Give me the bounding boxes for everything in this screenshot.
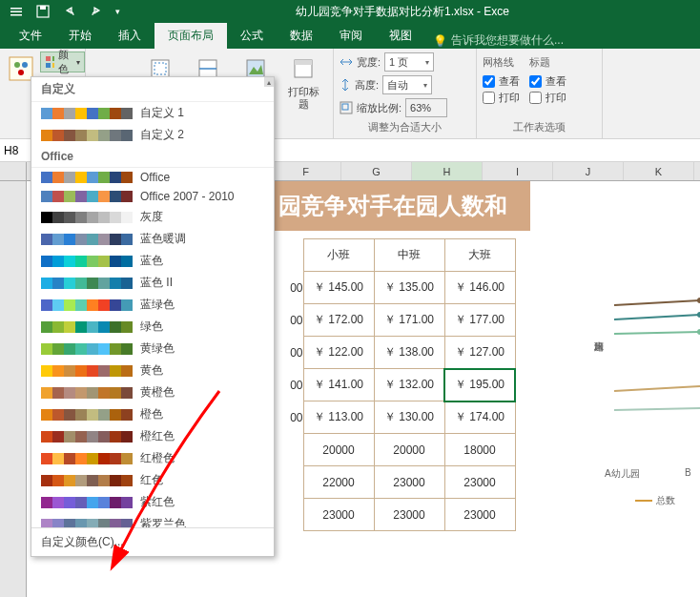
qat-customize-icon[interactable]: ▾ <box>111 1 124 22</box>
cell[interactable]: ￥ 171.00 <box>374 304 444 337</box>
cell[interactable]: 18000 <box>444 434 515 466</box>
cell[interactable]: ￥ 141.00 <box>303 369 374 401</box>
dropdown-scrollbar[interactable]: ▴ <box>264 77 274 556</box>
cell[interactable]: 00 <box>273 369 303 401</box>
theme-item[interactable]: 红色 <box>31 469 274 491</box>
cell[interactable]: 23000 <box>303 499 374 531</box>
cell[interactable]: 00 <box>273 401 303 434</box>
col-head-k[interactable]: K <box>624 162 694 180</box>
theme-item[interactable]: 蓝色 II <box>31 272 274 294</box>
width-control[interactable]: 宽度: 1 页▾ <box>340 51 470 72</box>
theme-item[interactable]: 黄色 <box>31 360 274 381</box>
chart[interactable]: 班均起床 A幼儿园 B 总数 <box>576 248 700 582</box>
cell[interactable]: 20000 <box>303 434 374 466</box>
header-cell[interactable]: 小班 <box>303 239 374 272</box>
tab-data[interactable]: 数据 <box>277 23 326 49</box>
theme-item[interactable]: 蓝色 <box>31 250 274 272</box>
worksheet-content: 园竞争对手在园人数和 小班 中班 大班 00￥ 145.00￥ 135.00￥ … <box>273 181 530 531</box>
colors-dropdown[interactable]: 颜色 ▾ <box>40 51 85 72</box>
cell[interactable]: ￥ 138.00 <box>374 337 444 369</box>
cell[interactable]: ￥ 127.00 <box>444 337 515 369</box>
headings-view-checkbox[interactable]: 查看 <box>529 74 566 89</box>
height-control[interactable]: 高度: 自动▾ <box>340 74 470 95</box>
undo-icon[interactable] <box>57 1 82 22</box>
theme-item[interactable]: Office 2007 - 2010 <box>31 187 274 206</box>
cell[interactable]: ￥ 130.00 <box>374 401 444 434</box>
width-input[interactable]: 1 页▾ <box>384 52 434 72</box>
theme-item[interactable]: 红橙色 <box>31 447 274 469</box>
save-icon[interactable] <box>31 1 55 22</box>
cell[interactable]: ￥ 132.00 <box>374 369 444 401</box>
tab-insert[interactable]: 插入 <box>105 23 154 49</box>
cell[interactable]: ￥ 174.00 <box>444 401 515 434</box>
cell[interactable]: 00 <box>273 304 303 337</box>
cell[interactable]: ￥ 145.00 <box>303 272 374 304</box>
theme-item[interactable]: 橙色 <box>31 403 274 425</box>
tab-review[interactable]: 审阅 <box>326 23 376 49</box>
theme-item[interactable]: 紫红色 <box>31 491 274 513</box>
cell[interactable]: ￥ 122.00 <box>303 337 374 369</box>
cell[interactable]: 23000 <box>444 466 515 499</box>
theme-item[interactable]: 灰度 <box>31 206 274 228</box>
cell[interactable]: 20000 <box>374 434 444 466</box>
custom-colors-menu-item[interactable]: 自定义颜色(C)... <box>31 527 274 556</box>
headings-print-checkbox[interactable]: 打印 <box>529 91 566 105</box>
cell[interactable]: 00 <box>273 337 303 369</box>
theme-item[interactable]: 自定义 1 <box>31 102 274 124</box>
cell[interactable]: ￥ 135.00 <box>374 272 444 304</box>
tell-me-search[interactable]: 💡 告诉我您想要做什么... <box>425 32 564 49</box>
theme-item-label: 蓝色 II <box>140 275 173 291</box>
gridlines-print-checkbox[interactable]: 打印 <box>483 91 520 105</box>
cell[interactable]: ￥ 172.00 <box>303 304 374 337</box>
svg-rect-20 <box>295 60 312 65</box>
header-cell[interactable]: 大班 <box>444 239 515 272</box>
cell[interactable] <box>273 434 303 466</box>
col-head-g[interactable]: G <box>341 162 412 180</box>
cell[interactable]: 23000 <box>444 499 515 531</box>
cell[interactable] <box>273 499 303 531</box>
tab-formulas[interactable]: 公式 <box>227 23 277 49</box>
theme-scroll-area[interactable]: 自定义 自定义 1自定义 2 Office OfficeOffice 2007 … <box>31 77 274 527</box>
cell[interactable]: 00 <box>273 272 303 304</box>
theme-item[interactable]: 蓝绿色 <box>31 294 274 316</box>
col-head-f[interactable]: F <box>271 162 341 180</box>
theme-item[interactable]: Office <box>31 168 274 187</box>
col-head-j[interactable]: J <box>553 162 624 180</box>
tab-file[interactable]: 文件 <box>6 23 55 49</box>
scroll-up-icon[interactable]: ▴ <box>264 77 274 87</box>
theme-item[interactable]: 橙红色 <box>31 425 274 447</box>
header-cell[interactable]: 中班 <box>374 239 444 272</box>
gridlines-view-checkbox[interactable]: 查看 <box>483 74 520 89</box>
theme-item[interactable]: 黄橙色 <box>31 381 274 403</box>
svg-line-27 <box>614 408 700 410</box>
scale-control[interactable]: 缩放比例: 63% <box>340 97 470 118</box>
cell[interactable]: 23000 <box>374 466 444 499</box>
cell[interactable]: ￥ 146.00 <box>444 272 515 304</box>
tab-page-layout[interactable]: 页面布局 <box>154 23 227 49</box>
theme-item[interactable]: 黄绿色 <box>31 338 274 360</box>
swatch-row <box>41 321 133 333</box>
cell[interactable]: ￥ 195.00 <box>444 369 515 401</box>
scale-input[interactable]: 63% <box>405 98 447 117</box>
cell[interactable]: ￥ 113.00 <box>303 401 374 434</box>
theme-item[interactable]: 绿色 <box>31 316 274 338</box>
theme-item[interactable]: 自定义 2 <box>31 124 274 146</box>
height-input[interactable]: 自动▾ <box>382 75 432 94</box>
tab-home[interactable]: 开始 <box>55 23 105 49</box>
redo-icon[interactable] <box>84 1 109 22</box>
cell[interactable]: ￥ 177.00 <box>444 304 515 337</box>
theme-item[interactable]: 紫罗兰色 <box>31 513 274 527</box>
window-title: 幼儿园竞争对手数据对比分析1.xlsx - Exce <box>124 4 700 20</box>
cell[interactable]: 23000 <box>374 499 444 531</box>
title-banner: 园竞争对手在园人数和 <box>273 181 530 231</box>
select-all-corner[interactable] <box>0 162 27 180</box>
print-titles-button[interactable]: 打印标题 <box>283 51 323 111</box>
col-head-h[interactable]: H <box>412 162 483 180</box>
cell[interactable] <box>273 466 303 499</box>
tab-view[interactable]: 视图 <box>376 23 425 49</box>
excel-menu-icon[interactable] <box>4 1 29 22</box>
col-head-i[interactable]: I <box>483 162 553 180</box>
cell[interactable]: 22000 <box>303 466 374 499</box>
theme-item-label: 黄色 <box>140 362 163 379</box>
theme-item[interactable]: 蓝色暖调 <box>31 228 274 250</box>
